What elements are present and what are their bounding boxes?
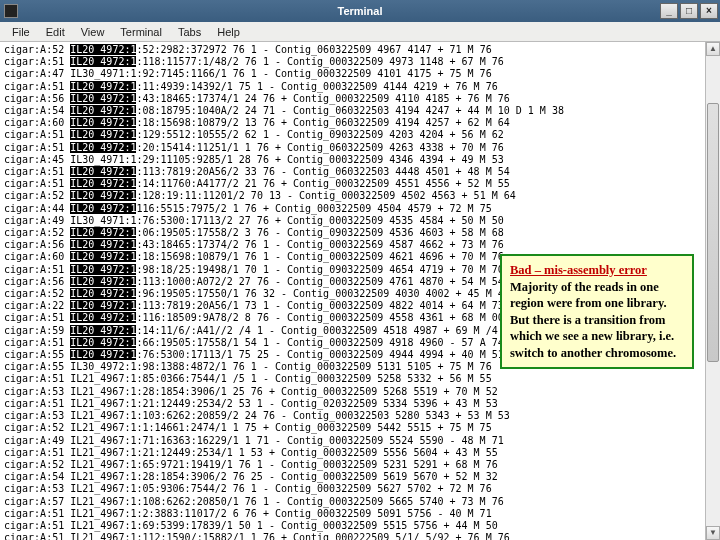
window-controls: _ □ ×	[660, 3, 718, 19]
app-icon	[4, 4, 18, 18]
minimize-button[interactable]: _	[660, 3, 678, 19]
scroll-thumb[interactable]	[707, 103, 719, 362]
callout-title: Bad – mis-assembly error	[510, 263, 647, 277]
menu-edit[interactable]: Edit	[38, 26, 73, 38]
window-titlebar: Terminal _ □ ×	[0, 0, 720, 22]
annotation-callout: Bad – mis-assembly error Majority of the…	[500, 254, 694, 369]
menu-view[interactable]: View	[73, 26, 113, 38]
window-title: Terminal	[337, 5, 382, 17]
scroll-down-button[interactable]: ▼	[706, 526, 720, 540]
menu-tabs[interactable]: Tabs	[170, 26, 209, 38]
scroll-track[interactable]	[706, 56, 720, 526]
scroll-up-button[interactable]: ▲	[706, 42, 720, 56]
menu-bar: File Edit View Terminal Tabs Help	[0, 22, 720, 42]
close-button[interactable]: ×	[700, 3, 718, 19]
vertical-scrollbar: ▲ ▼	[705, 42, 720, 540]
menu-file[interactable]: File	[4, 26, 38, 38]
callout-body: Majority of the reads in one region were…	[510, 280, 676, 360]
menu-terminal[interactable]: Terminal	[112, 26, 170, 38]
menu-help[interactable]: Help	[209, 26, 248, 38]
maximize-button[interactable]: □	[680, 3, 698, 19]
